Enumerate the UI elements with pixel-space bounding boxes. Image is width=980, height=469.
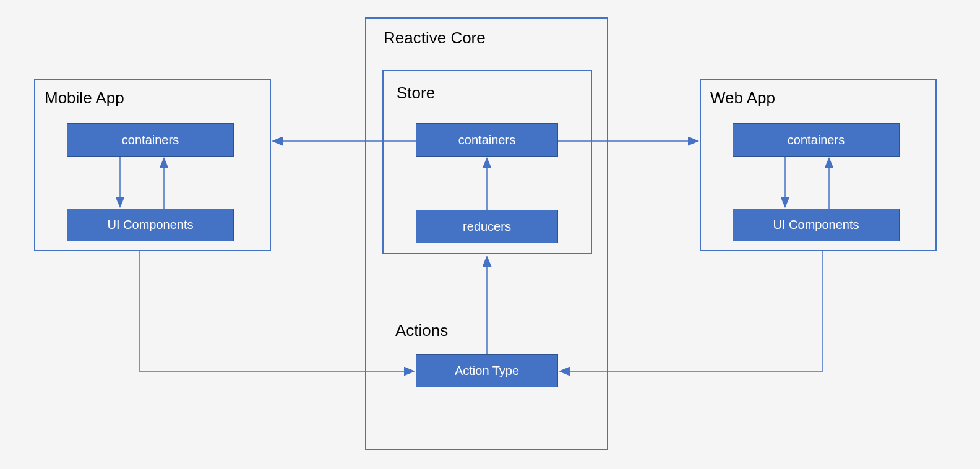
actions-title: Actions — [395, 321, 448, 340]
mobile-containers-label: containers — [122, 133, 179, 147]
reactive-core-title: Reactive Core — [384, 28, 486, 48]
action-type-box: Action Type — [416, 354, 558, 387]
web-containers-label: containers — [788, 133, 845, 147]
web-app-title: Web App — [710, 88, 775, 108]
mobile-ui-label: UI Components — [108, 218, 194, 232]
store-reducers-label: reducers — [463, 220, 511, 234]
store-containers-label: containers — [458, 133, 515, 147]
web-ui-label: UI Components — [773, 218, 859, 232]
mobile-containers-box: containers — [67, 123, 234, 157]
action-type-label: Action Type — [455, 364, 519, 378]
web-containers-box: containers — [733, 123, 900, 157]
mobile-app-title: Mobile App — [45, 88, 124, 108]
web-ui-box: UI Components — [733, 209, 900, 241]
mobile-ui-box: UI Components — [67, 209, 234, 241]
store-reducers-box: reducers — [416, 210, 558, 243]
store-title: Store — [397, 84, 435, 103]
store-containers-box: containers — [416, 123, 558, 157]
